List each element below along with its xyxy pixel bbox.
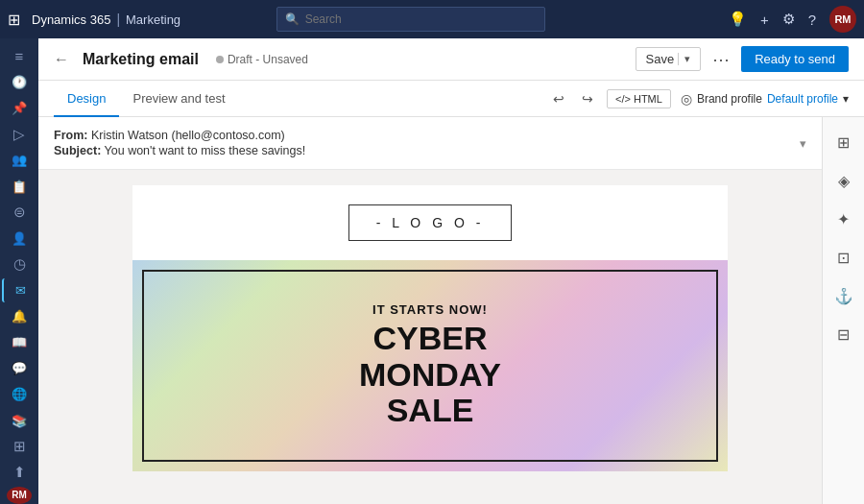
user-avatar[interactable]: RM xyxy=(829,6,856,33)
right-link-icon[interactable]: ⚓ xyxy=(827,278,861,313)
right-data-icon[interactable]: ⊟ xyxy=(827,317,861,351)
back-button[interactable]: ← xyxy=(54,51,69,68)
subject-field: Subject: You won't want to miss these sa… xyxy=(54,144,806,157)
redo-button[interactable]: ↪ xyxy=(578,89,597,108)
save-chevron-icon[interactable]: ▾ xyxy=(678,53,690,65)
sidebar-item-pin[interactable]: 📌 xyxy=(2,96,36,120)
more-options-button[interactable]: ⋯ xyxy=(708,47,733,72)
save-button[interactable]: Save ▾ xyxy=(636,47,702,71)
status-text: Draft - Unsaved xyxy=(228,53,308,66)
brand-profile-label: Brand profile xyxy=(697,92,762,106)
search-box[interactable]: 🔍 xyxy=(276,7,545,32)
sidebar-item-person[interactable]: 👤 xyxy=(2,227,36,251)
apps-icon[interactable]: ⊞ xyxy=(8,11,20,29)
from-field: From: Kristin Watson (hello@contoso.com) xyxy=(54,129,806,142)
content-area: ← Marketing email Draft - Unsaved Save ▾… xyxy=(38,38,864,504)
page-title: Marketing email xyxy=(83,51,199,68)
top-navbar: ⊞ Dynamics 365 | Marketing 🔍 💡 + ⚙ ? RM xyxy=(0,0,864,38)
search-input[interactable] xyxy=(305,12,537,26)
tabs-bar: Design Preview and test ↩ ↪ </> HTML ◎ B… xyxy=(38,81,864,117)
sidebar-item-campaigns[interactable]: 📋 xyxy=(2,175,36,199)
sidebar-item-play[interactable]: ▷ xyxy=(2,122,36,146)
sidebar-item-chat[interactable]: 💬 xyxy=(2,356,36,380)
sidebar-item-globe[interactable]: 🌐 xyxy=(2,382,36,406)
sidebar-item-book[interactable]: 📖 xyxy=(2,330,36,354)
brand-area: Dynamics 365 | Marketing xyxy=(32,12,180,27)
subject-value: You won't want to miss these savings! xyxy=(105,144,306,157)
status-dot xyxy=(216,56,224,63)
subject-label: Subject: xyxy=(54,144,101,157)
sub-header: ← Marketing email Draft - Unsaved Save ▾… xyxy=(38,38,864,81)
email-card: - L O G O - IT STARTS NOW! CYBERMONDAYSA… xyxy=(132,185,728,471)
tab-design[interactable]: Design xyxy=(54,81,119,117)
undo-button[interactable]: ↩ xyxy=(549,89,568,108)
logo-area[interactable]: - L O G O - xyxy=(132,185,728,260)
right-layout-icon[interactable]: ⊞ xyxy=(827,125,861,159)
from-value: Kristin Watson (hello@contoso.com) xyxy=(91,129,285,142)
brand-profile-icon: ◎ xyxy=(681,91,692,107)
sidebar-item-analytics[interactable]: ◷ xyxy=(2,252,36,276)
settings-icon[interactable]: ⚙ xyxy=(782,11,795,28)
sidebar-item-hamburger[interactable]: ≡ xyxy=(2,44,36,68)
tab-preview[interactable]: Preview and test xyxy=(119,81,238,117)
brand-divider: | xyxy=(116,12,120,27)
add-icon[interactable]: + xyxy=(760,12,769,28)
sidebar-item-bell[interactable]: 🔔 xyxy=(2,304,36,328)
logo-placeholder: - L O G O - xyxy=(348,204,513,241)
html-button[interactable]: </> HTML xyxy=(607,89,671,108)
help-icon[interactable]: ? xyxy=(808,12,816,28)
search-icon: 🔍 xyxy=(285,12,300,26)
brand-profile-chevron-icon: ▾ xyxy=(843,92,849,106)
from-label: From: xyxy=(54,129,87,142)
email-meta: From: Kristin Watson (hello@contoso.com)… xyxy=(38,117,822,170)
canvas-wrapper: From: Kristin Watson (hello@contoso.com)… xyxy=(38,117,864,504)
email-body: - L O G O - IT STARTS NOW! CYBERMONDAYSA… xyxy=(38,170,822,487)
right-image-icon[interactable]: ⊡ xyxy=(827,240,861,275)
canvas-main[interactable]: From: Kristin Watson (hello@contoso.com)… xyxy=(38,117,822,504)
sidebar-item-recent[interactable]: 🕐 xyxy=(2,70,36,94)
sidebar-item-upload[interactable]: ⬆ xyxy=(2,461,36,485)
main-layout: ≡ 🕐 📌 ▷ 👥 📋 ⊜ 👤 ◷ ✉ 🔔 📖 💬 🌐 📚 ⊞ ⬆ RM ← M… xyxy=(0,38,864,504)
promo-subtitle: IT STARTS NOW! xyxy=(372,302,488,317)
status-badge: Draft - Unsaved xyxy=(216,53,308,66)
right-element-icon[interactable]: ◈ xyxy=(827,163,861,198)
promo-overlay: IT STARTS NOW! CYBERMONDAYSALE xyxy=(142,270,718,462)
right-style-icon[interactable]: ✦ xyxy=(827,202,861,236)
sidebar-item-contacts[interactable]: 👥 xyxy=(2,148,36,172)
sub-header-right: Save ▾ ⋯ Ready to send xyxy=(636,46,849,72)
sidebar-item-email[interactable]: ✉ xyxy=(2,278,36,302)
brand-name: Dynamics 365 xyxy=(32,12,110,27)
brand-profile-value: Default profile xyxy=(767,92,838,106)
sidebar-item-segments[interactable]: ⊜ xyxy=(2,201,36,225)
sidebar-item-grid2[interactable]: ⊞ xyxy=(2,435,36,459)
sidebar-item-avatar2[interactable]: RM xyxy=(7,487,32,504)
topbar-actions: 💡 + ⚙ ? RM xyxy=(729,6,856,33)
promo-title: CYBERMONDAYSALE xyxy=(359,321,501,428)
html-label: HTML xyxy=(634,93,662,105)
sidebar-item-library[interactable]: 📚 xyxy=(2,409,36,433)
save-label: Save xyxy=(646,52,675,66)
promo-image[interactable]: IT STARTS NOW! CYBERMONDAYSALE xyxy=(132,260,728,471)
html-code-icon: </> xyxy=(615,93,631,105)
brand-profile-selector[interactable]: ◎ Brand profile Default profile ▾ xyxy=(681,91,849,107)
ready-to-send-button[interactable]: Ready to send xyxy=(741,46,849,72)
sidebar: ≡ 🕐 📌 ▷ 👥 📋 ⊜ 👤 ◷ ✉ 🔔 📖 💬 🌐 📚 ⊞ ⬆ RM xyxy=(0,38,38,504)
module-name: Marketing xyxy=(126,12,180,27)
lightbulb-icon[interactable]: 💡 xyxy=(729,11,747,28)
tabs-right-actions: ↩ ↪ </> HTML ◎ Brand profile Default pro… xyxy=(549,81,849,116)
right-panel: ⊞ ◈ ✦ ⊡ ⚓ ⊟ xyxy=(822,117,864,504)
meta-expand-icon[interactable]: ▾ xyxy=(800,136,806,151)
